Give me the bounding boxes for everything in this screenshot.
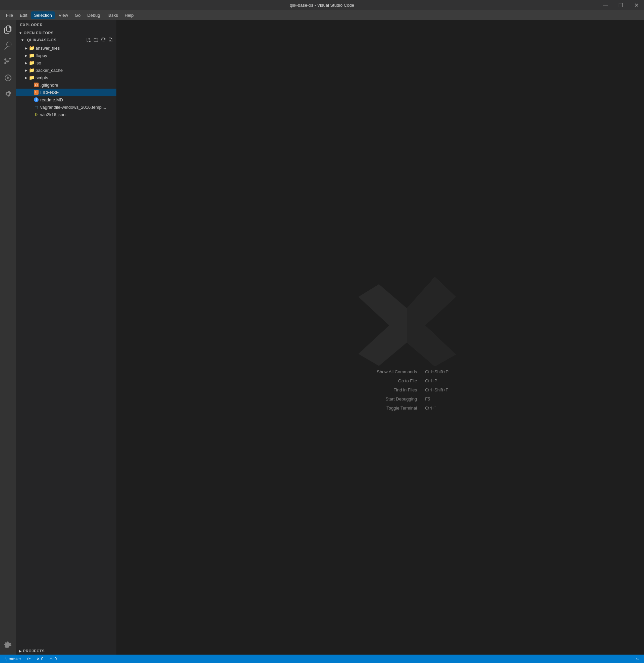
file-gitignore-indent: ▶ [28, 82, 33, 88]
main-layout: EXPLORER ▼ OPEN EDITORS ▼ QLIK-BASE-OS [0, 20, 644, 655]
file-win2k16json-indent: ▶ [28, 112, 33, 117]
extensions-icon[interactable] [0, 86, 16, 102]
git-branch-icon: ⑂ [5, 656, 7, 662]
folder-packer-cache-chevron: ▶ [23, 67, 29, 73]
menu-tasks[interactable]: Tasks [104, 12, 120, 19]
debug-run-icon[interactable] [0, 70, 16, 86]
projects-section-header[interactable]: ▶ PROJECTS [16, 647, 116, 655]
folder-iso-icon: 📁 [29, 60, 34, 65]
file-readme-icon: i [33, 97, 39, 103]
file-readme[interactable]: ▶ i readme.MD [16, 96, 116, 104]
git-branch-status[interactable]: ⑂ master [3, 655, 23, 663]
folder-packer-cache-icon: 📁 [29, 67, 34, 73]
editor-area: Show All Commands Ctrl+Shift+P Go to Fil… [117, 20, 644, 655]
explorer-icon[interactable] [0, 21, 16, 38]
folder-answer-files-chevron: ▶ [23, 45, 29, 51]
folder-answer-files-label: answer_files [36, 46, 60, 51]
shortcut-toggle-terminal-label: Toggle Terminal [363, 405, 417, 411]
vscode-logo-watermark [350, 268, 464, 383]
file-readme-label: readme.MD [40, 97, 63, 103]
smiley-icon: ☺ [635, 657, 639, 661]
shortcut-toggle-terminal-keys: Ctrl+` [425, 405, 436, 411]
file-win2k16json[interactable]: ▶ {} win2k16.json [16, 111, 116, 118]
git-branch-label: master [9, 657, 21, 661]
file-gitignore-label: .gitignore [40, 83, 58, 88]
errors-status[interactable]: ✕ 0 [34, 655, 46, 663]
file-license-icon: L [33, 90, 39, 95]
file-gitignore[interactable]: ▶ ⬡ .gitignore [16, 81, 116, 89]
menu-selection[interactable]: Selection [31, 12, 54, 19]
new-file-button[interactable] [86, 37, 92, 43]
menu-debug[interactable]: Debug [85, 12, 102, 19]
file-readme-indent: ▶ [28, 97, 33, 103]
sidebar: EXPLORER ▼ OPEN EDITORS ▼ QLIK-BASE-OS [16, 20, 117, 655]
project-chevron: ▼ [21, 38, 24, 42]
title-bar-controls: — ❐ ✕ [598, 0, 644, 10]
folder-scripts-icon: 📁 [29, 75, 34, 80]
open-editors-section[interactable]: ▼ OPEN EDITORS [16, 29, 116, 36]
shortcut-find-in-files-keys: Ctrl+Shift+F [425, 388, 448, 393]
file-vagrantfile-label: vagrantfile-windows_2016.templ... [40, 105, 106, 110]
file-license-label: LICENSE [40, 90, 59, 95]
error-icon: ✕ [37, 657, 40, 661]
status-bar: ⑂ master ⟳ ✕ 0 ⚠ 0 ☺ [0, 655, 644, 663]
folder-floppy-icon: 📁 [29, 53, 34, 58]
folder-iso-label: iso [36, 61, 41, 65]
folder-floppy[interactable]: ▶ 📁 floppy [16, 52, 116, 59]
folder-floppy-chevron: ▶ [23, 53, 29, 58]
menu-file[interactable]: File [3, 12, 16, 19]
projects-chevron: ▶ [19, 649, 22, 653]
open-editors-chevron: ▼ [19, 31, 22, 35]
folder-scripts-label: scripts [36, 75, 48, 80]
new-folder-button[interactable] [93, 37, 99, 43]
search-icon[interactable] [0, 38, 16, 54]
file-win2k16json-label: win2k16.json [40, 112, 65, 117]
title-bar-text: qlik-base-os - Visual Studio Code [290, 3, 354, 8]
menu-edit[interactable]: Edit [17, 12, 30, 19]
folder-answer-files[interactable]: ▶ 📁 answer_files [16, 44, 116, 52]
folder-floppy-label: floppy [36, 53, 47, 58]
file-license-indent: ▶ [28, 90, 33, 95]
shortcut-show-commands-keys: Ctrl+Shift+P [425, 369, 448, 374]
shortcut-start-debugging-label: Start Debugging [363, 396, 417, 401]
file-license[interactable]: ▶ L LICENSE [16, 89, 116, 96]
file-vagrantfile-indent: ▶ [28, 104, 33, 110]
folder-packer-cache[interactable]: ▶ 📁 packer_cache [16, 66, 116, 74]
menu-help[interactable]: Help [122, 12, 137, 19]
shortcut-go-to-file: Go to File Ctrl+P [363, 378, 448, 383]
menu-bar: File Edit Selection View Go Debug Tasks … [0, 10, 644, 20]
projects-label: PROJECTS [23, 649, 45, 653]
sync-status[interactable]: ⟳ [25, 655, 32, 663]
shortcut-find-in-files: Find in Files Ctrl+Shift+F [363, 388, 448, 393]
refresh-button[interactable] [100, 37, 106, 43]
menu-view[interactable]: View [56, 12, 71, 19]
warnings-status[interactable]: ⚠ 0 [47, 655, 59, 663]
shortcuts-panel: Show All Commands Ctrl+Shift+P Go to Fil… [363, 369, 448, 411]
close-button[interactable]: ✕ [628, 0, 644, 10]
shortcut-go-to-file-keys: Ctrl+P [425, 378, 437, 383]
folder-iso-chevron: ▶ [23, 60, 29, 65]
folder-answer-files-icon: 📁 [29, 45, 34, 51]
file-win2k16json-icon: {} [33, 112, 39, 117]
file-vagrantfile[interactable]: ▶ ◻ vagrantfile-windows_2016.templ... [16, 104, 116, 111]
warnings-count: 0 [54, 657, 57, 661]
source-control-icon[interactable] [0, 54, 16, 70]
warning-icon: ⚠ [49, 657, 53, 661]
file-gitignore-icon: ⬡ [33, 82, 39, 88]
menu-go[interactable]: Go [72, 12, 83, 19]
settings-icon[interactable] [0, 639, 16, 655]
folder-packer-cache-label: packer_cache [36, 68, 63, 73]
folder-iso[interactable]: ▶ 📁 iso [16, 59, 116, 66]
shortcut-show-commands-label: Show All Commands [363, 369, 417, 374]
shortcut-toggle-terminal: Toggle Terminal Ctrl+` [363, 405, 448, 411]
project-folder-header[interactable]: ▼ QLIK-BASE-OS [16, 36, 116, 44]
minimize-button[interactable]: — [598, 0, 613, 10]
project-label: QLIK-BASE-OS [27, 38, 57, 42]
shortcut-show-commands: Show All Commands Ctrl+Shift+P [363, 369, 448, 374]
maximize-button[interactable]: ❐ [613, 0, 628, 10]
shortcut-start-debugging: Start Debugging F5 [363, 396, 448, 401]
collapse-all-button[interactable] [108, 37, 114, 43]
smiley-status[interactable]: ☺ [633, 655, 641, 663]
explorer-header: EXPLORER [16, 20, 116, 29]
folder-scripts[interactable]: ▶ 📁 scripts [16, 74, 116, 81]
